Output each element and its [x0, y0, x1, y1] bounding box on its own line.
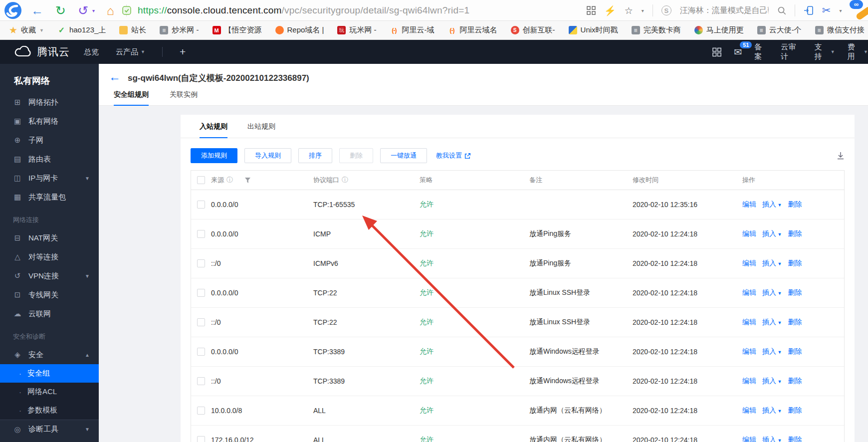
sidebar-item-VPN连接[interactable]: ↺VPN连接▼ [0, 266, 99, 285]
favorite-star-icon[interactable]: ☆ [625, 5, 633, 16]
bookmark-item[interactable]: ≡炒米网 - [160, 25, 199, 35]
删除-link[interactable]: 删除 [788, 229, 802, 238]
sidebar-item-网络ACL[interactable]: ·网络ACL [0, 383, 99, 401]
插入-link[interactable]: 插入 ▼ [762, 318, 782, 327]
help-link[interactable]: 教我设置 [436, 151, 471, 160]
删除-link[interactable]: 删除 [788, 200, 802, 209]
sidebar-item-共享流量包[interactable]: ▦共享流量包 [0, 188, 99, 207]
插入-link[interactable]: 插入 ▼ [762, 377, 782, 386]
row-checkbox[interactable] [197, 348, 205, 356]
插入-link[interactable]: 插入 ▼ [762, 406, 782, 415]
删除-button[interactable]: 删除 [339, 148, 373, 163]
编辑-link[interactable]: 编辑 [742, 436, 756, 442]
apps-grid-icon[interactable] [587, 6, 596, 15]
插入-link[interactable]: 插入 ▼ [762, 288, 782, 297]
address-bar[interactable]: https://console.cloud.tencent.com/vpc/se… [122, 0, 469, 21]
topnav-item-支持[interactable]: 支持▼ [815, 42, 835, 61]
bookmark-item[interactable]: Repo域名 | [275, 25, 324, 35]
删除-link[interactable]: 删除 [788, 259, 802, 268]
undo-dropdown-icon[interactable]: ▾ [92, 8, 95, 13]
bookmark-item[interactable]: (-)阿里云-域 [390, 25, 434, 35]
topnav-item-备案[interactable]: 备案 [754, 42, 768, 61]
topnav-item-云审计[interactable]: 云审计 [781, 42, 802, 61]
back-button[interactable]: ← [109, 70, 121, 84]
编辑-link[interactable]: 编辑 [742, 377, 756, 386]
search-icon[interactable] [777, 6, 786, 15]
tab-关联实例[interactable]: 关联实例 [170, 90, 198, 106]
tab-出站规则[interactable]: 出站规则 [247, 115, 275, 138]
bookmark-item[interactable]: ≡完美数卡商 [632, 25, 681, 35]
send-to-phone-icon[interactable] [804, 5, 814, 15]
一键放通-button[interactable]: 一键放通 [380, 148, 427, 163]
删除-link[interactable]: 删除 [788, 347, 802, 356]
topnav-item-云产品[interactable]: 云产品▼ [116, 47, 145, 57]
bookmark-item[interactable]: (-)阿里云域名 [448, 25, 497, 35]
sidebar-item-参数模板[interactable]: ·参数模板 [0, 401, 99, 420]
row-checkbox[interactable] [197, 377, 205, 385]
bookmark-item[interactable]: M【悟空资源 [213, 25, 262, 35]
bookmark-item[interactable]: S创新互联- [511, 25, 555, 35]
sidebar-item-安全组[interactable]: ·安全组 [0, 364, 99, 383]
bookmark-item[interactable]: ★收藏▼ [9, 25, 44, 35]
导入规则-button[interactable]: 导入规则 [244, 148, 291, 163]
row-checkbox[interactable] [197, 436, 205, 442]
row-checkbox[interactable] [197, 259, 205, 267]
sidebar-item-私有网络[interactable]: ▣私有网络 [0, 112, 99, 131]
sidebar-item-路由表[interactable]: ▤路由表 [0, 150, 99, 169]
插入-link[interactable]: 插入 ▼ [762, 259, 782, 268]
bookmark-item[interactable]: 玩玩米网 - [337, 25, 376, 35]
sidebar-item-NAT网关[interactable]: ⊟NAT网关 [0, 228, 99, 247]
tab-安全组规则[interactable]: 安全组规则 [114, 90, 149, 106]
sidebar-item-安全[interactable]: ◈安全▲ [0, 345, 99, 364]
row-checkbox[interactable] [197, 230, 205, 238]
tab-入站规则[interactable]: 入站规则 [200, 115, 227, 138]
topnav-item-费用[interactable]: 费用▼ [848, 42, 868, 61]
filter-icon[interactable] [245, 178, 250, 183]
browser-logo-icon[interactable] [4, 1, 22, 19]
tencent-cloud-brand[interactable]: 腾讯云 [14, 40, 70, 64]
lightning-icon[interactable]: ⚡ [604, 5, 616, 16]
toolbar-dropdown-icon[interactable]: ▾ [839, 8, 842, 13]
screenshot-scissors-icon[interactable]: ✂ [822, 4, 831, 16]
sidebar-item-对等连接[interactable]: △对等连接 [0, 247, 99, 266]
sidebar-item-诊断工具[interactable]: ◎诊断工具▼ [0, 420, 99, 439]
sidebar-item-子网[interactable]: ⊕子网 [0, 131, 99, 150]
bookmark-item[interactable]: Unix时间戳 [569, 25, 618, 35]
topnav-item-总览[interactable]: 总览 [84, 47, 99, 57]
sidebar-item-网络拓扑[interactable]: ⊞网络拓扑 [0, 93, 99, 112]
删除-link[interactable]: 删除 [788, 377, 802, 386]
console-grid-icon[interactable] [712, 47, 721, 57]
插入-link[interactable]: 插入 ▼ [762, 229, 782, 238]
bookmark-item[interactable]: ≡微信支付接 [815, 25, 865, 35]
bookmark-item[interactable]: ≡云大使-个 [757, 25, 802, 35]
row-checkbox[interactable] [197, 318, 205, 326]
编辑-link[interactable]: 编辑 [742, 259, 756, 268]
插入-link[interactable]: 插入 ▼ [762, 436, 782, 442]
row-checkbox[interactable] [197, 201, 205, 209]
编辑-link[interactable]: 编辑 [742, 229, 756, 238]
编辑-link[interactable]: 编辑 [742, 347, 756, 356]
sidebar-item-IP与网卡[interactable]: ◫IP与网卡▼ [0, 169, 99, 188]
删除-link[interactable]: 删除 [788, 436, 802, 442]
messages-button[interactable]: ✉ 51 [734, 46, 742, 58]
bookmark-item[interactable]: 马上使用更 [694, 25, 744, 35]
home-icon[interactable]: ⌂ [107, 4, 114, 17]
refresh-icon[interactable]: ↻ [55, 4, 66, 17]
编辑-link[interactable]: 编辑 [742, 288, 756, 297]
toolbar-dropdown-icon[interactable]: ▾ [642, 8, 644, 13]
添加规则-button[interactable]: 添加规则 [191, 148, 237, 163]
info-icon[interactable]: ⓘ [226, 176, 233, 185]
row-checkbox[interactable] [197, 289, 205, 297]
sidebar-item-云联网[interactable]: ☁云联网 [0, 304, 99, 323]
删除-link[interactable]: 删除 [788, 288, 802, 297]
undo-icon[interactable]: ↺ [78, 4, 88, 17]
search-suggestion-text[interactable]: 汪海林：流量模式是自己骗自 [680, 5, 769, 16]
编辑-link[interactable]: 编辑 [742, 318, 756, 327]
删除-link[interactable]: 删除 [788, 318, 802, 327]
info-icon[interactable]: ⓘ [342, 176, 348, 185]
bookmark-item[interactable]: 站长 [119, 25, 146, 35]
插入-link[interactable]: 插入 ▼ [762, 200, 782, 209]
filter-funnel-icon[interactable] [245, 178, 250, 183]
编辑-link[interactable]: 编辑 [742, 200, 756, 209]
插入-link[interactable]: 插入 ▼ [762, 347, 782, 356]
